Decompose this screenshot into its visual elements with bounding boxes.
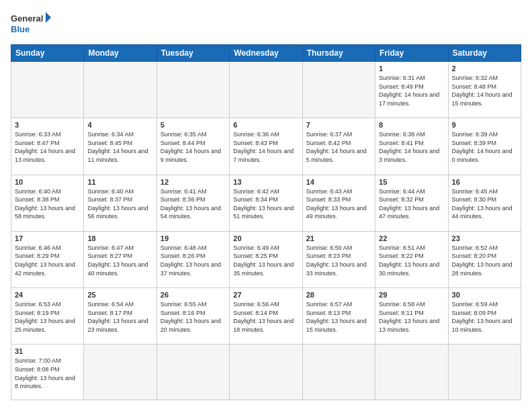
generalblue-logo-icon: General Blue <box>11 11 51 38</box>
calendar-week-4: 17Sunrise: 6:46 AM Sunset: 8:29 PM Dayli… <box>11 231 521 287</box>
calendar-cell: 1Sunrise: 6:31 AM Sunset: 8:49 PM Daylig… <box>375 62 448 118</box>
day-number: 3 <box>15 121 80 129</box>
day-info: Sunrise: 6:40 AM Sunset: 8:37 PM Dayligh… <box>87 187 152 221</box>
day-number: 1 <box>379 64 444 73</box>
day-info: Sunrise: 6:52 AM Sunset: 8:20 PM Dayligh… <box>452 244 517 277</box>
day-info: Sunrise: 6:36 AM Sunset: 8:43 PM Dayligh… <box>233 130 298 164</box>
day-info: Sunrise: 6:45 AM Sunset: 8:30 PM Dayligh… <box>452 187 517 221</box>
weekday-header-wednesday: Wednesday <box>230 45 302 62</box>
calendar-cell: 18Sunrise: 6:47 AM Sunset: 8:27 PM Dayli… <box>84 231 157 287</box>
calendar-cell: 27Sunrise: 6:56 AM Sunset: 8:14 PM Dayli… <box>230 288 302 345</box>
calendar-cell: 9Sunrise: 6:39 AM Sunset: 8:39 PM Daylig… <box>448 118 521 175</box>
day-info: Sunrise: 6:35 AM Sunset: 8:44 PM Dayligh… <box>161 130 226 164</box>
day-info: Sunrise: 7:00 AM Sunset: 8:08 PM Dayligh… <box>15 357 80 390</box>
day-info: Sunrise: 6:54 AM Sunset: 8:17 PM Dayligh… <box>87 300 152 334</box>
calendar-cell: 26Sunrise: 6:55 AM Sunset: 8:16 PM Dayli… <box>157 288 229 345</box>
day-info: Sunrise: 6:47 AM Sunset: 8:27 PM Dayligh… <box>87 244 152 277</box>
weekday-header-friday: Friday <box>375 45 448 62</box>
day-info: Sunrise: 6:51 AM Sunset: 8:22 PM Dayligh… <box>379 244 444 277</box>
day-number: 28 <box>306 291 371 299</box>
day-number: 23 <box>452 234 517 242</box>
day-info: Sunrise: 6:56 AM Sunset: 8:14 PM Dayligh… <box>233 300 298 334</box>
day-info: Sunrise: 6:37 AM Sunset: 8:42 PM Dayligh… <box>306 130 371 164</box>
day-number: 21 <box>306 234 371 242</box>
calendar-cell: 14Sunrise: 6:43 AM Sunset: 8:33 PM Dayli… <box>302 175 375 231</box>
calendar-cell: 2Sunrise: 6:32 AM Sunset: 8:48 PM Daylig… <box>448 62 521 118</box>
calendar-cell: 17Sunrise: 6:46 AM Sunset: 8:29 PM Dayli… <box>11 231 84 287</box>
calendar-cell: 5Sunrise: 6:35 AM Sunset: 8:44 PM Daylig… <box>157 118 229 175</box>
day-number: 20 <box>233 234 298 242</box>
day-number: 31 <box>15 347 80 355</box>
day-number: 19 <box>161 234 226 242</box>
calendar-cell: 4Sunrise: 6:34 AM Sunset: 8:45 PM Daylig… <box>84 118 157 175</box>
calendar-week-2: 3Sunrise: 6:33 AM Sunset: 8:47 PM Daylig… <box>11 118 521 175</box>
calendar-cell: 28Sunrise: 6:57 AM Sunset: 8:13 PM Dayli… <box>302 288 375 345</box>
calendar-cell <box>84 345 157 400</box>
day-number: 2 <box>452 64 517 73</box>
day-number: 25 <box>87 291 152 299</box>
calendar-cell <box>157 62 229 118</box>
day-number: 14 <box>306 178 371 186</box>
day-info: Sunrise: 6:43 AM Sunset: 8:33 PM Dayligh… <box>306 187 371 221</box>
day-number: 6 <box>233 121 298 129</box>
calendar-cell <box>230 345 302 400</box>
day-info: Sunrise: 6:39 AM Sunset: 8:39 PM Dayligh… <box>452 130 517 164</box>
weekday-header-saturday: Saturday <box>448 45 521 62</box>
calendar-week-3: 10Sunrise: 6:40 AM Sunset: 8:38 PM Dayli… <box>11 175 521 231</box>
calendar-cell: 12Sunrise: 6:41 AM Sunset: 8:36 PM Dayli… <box>157 175 229 231</box>
day-info: Sunrise: 6:48 AM Sunset: 8:26 PM Dayligh… <box>161 244 226 277</box>
calendar-cell: 3Sunrise: 6:33 AM Sunset: 8:47 PM Daylig… <box>11 118 84 175</box>
calendar-cell <box>230 62 302 118</box>
day-info: Sunrise: 6:58 AM Sunset: 8:11 PM Dayligh… <box>379 300 444 334</box>
calendar-table: SundayMondayTuesdayWednesdayThursdayFrid… <box>11 44 521 400</box>
day-info: Sunrise: 6:59 AM Sunset: 8:09 PM Dayligh… <box>452 300 517 334</box>
logo: General Blue <box>11 11 51 38</box>
calendar-cell: 31Sunrise: 7:00 AM Sunset: 8:08 PM Dayli… <box>11 345 84 400</box>
svg-text:General: General <box>11 13 43 24</box>
weekday-header-tuesday: Tuesday <box>157 45 229 62</box>
day-info: Sunrise: 6:57 AM Sunset: 8:13 PM Dayligh… <box>306 300 371 334</box>
day-number: 13 <box>233 178 298 186</box>
day-info: Sunrise: 6:53 AM Sunset: 8:19 PM Dayligh… <box>15 300 80 334</box>
calendar-cell: 25Sunrise: 6:54 AM Sunset: 8:17 PM Dayli… <box>84 288 157 345</box>
day-info: Sunrise: 6:38 AM Sunset: 8:41 PM Dayligh… <box>379 130 444 164</box>
calendar-week-5: 24Sunrise: 6:53 AM Sunset: 8:19 PM Dayli… <box>11 288 521 345</box>
calendar-cell: 10Sunrise: 6:40 AM Sunset: 8:38 PM Dayli… <box>11 175 84 231</box>
page: General Blue SundayMondayTuesdayWednesda… <box>0 0 532 411</box>
day-number: 17 <box>15 234 80 242</box>
day-info: Sunrise: 6:55 AM Sunset: 8:16 PM Dayligh… <box>161 300 226 334</box>
day-number: 7 <box>306 121 371 129</box>
calendar-cell <box>448 345 521 400</box>
calendar-cell <box>84 62 157 118</box>
day-info: Sunrise: 6:49 AM Sunset: 8:25 PM Dayligh… <box>233 244 298 277</box>
calendar-cell: 8Sunrise: 6:38 AM Sunset: 8:41 PM Daylig… <box>375 118 448 175</box>
weekday-header-monday: Monday <box>84 45 157 62</box>
calendar-cell: 19Sunrise: 6:48 AM Sunset: 8:26 PM Dayli… <box>157 231 229 287</box>
day-number: 12 <box>161 178 226 186</box>
day-info: Sunrise: 6:34 AM Sunset: 8:45 PM Dayligh… <box>87 130 152 164</box>
calendar-cell <box>375 345 448 400</box>
calendar-cell: 21Sunrise: 6:50 AM Sunset: 8:23 PM Dayli… <box>302 231 375 287</box>
calendar-cell <box>302 345 375 400</box>
day-number: 4 <box>87 121 152 129</box>
day-number: 11 <box>87 178 152 186</box>
calendar-cell: 24Sunrise: 6:53 AM Sunset: 8:19 PM Dayli… <box>11 288 84 345</box>
calendar-cell <box>157 345 229 400</box>
day-info: Sunrise: 6:41 AM Sunset: 8:36 PM Dayligh… <box>161 187 226 221</box>
calendar-cell: 30Sunrise: 6:59 AM Sunset: 8:09 PM Dayli… <box>448 288 521 345</box>
calendar-cell: 6Sunrise: 6:36 AM Sunset: 8:43 PM Daylig… <box>230 118 302 175</box>
day-number: 8 <box>379 121 444 129</box>
calendar-cell: 11Sunrise: 6:40 AM Sunset: 8:37 PM Dayli… <box>84 175 157 231</box>
svg-marker-2 <box>46 12 51 23</box>
svg-text:Blue: Blue <box>11 24 30 34</box>
calendar-cell: 20Sunrise: 6:49 AM Sunset: 8:25 PM Dayli… <box>230 231 302 287</box>
day-info: Sunrise: 6:40 AM Sunset: 8:38 PM Dayligh… <box>15 187 80 221</box>
header: General Blue <box>11 11 521 38</box>
day-number: 29 <box>379 291 444 299</box>
day-number: 22 <box>379 234 444 242</box>
day-info: Sunrise: 6:46 AM Sunset: 8:29 PM Dayligh… <box>15 244 80 277</box>
day-info: Sunrise: 6:44 AM Sunset: 8:32 PM Dayligh… <box>379 187 444 221</box>
day-number: 18 <box>87 234 152 242</box>
calendar-cell <box>302 62 375 118</box>
calendar-cell: 16Sunrise: 6:45 AM Sunset: 8:30 PM Dayli… <box>448 175 521 231</box>
